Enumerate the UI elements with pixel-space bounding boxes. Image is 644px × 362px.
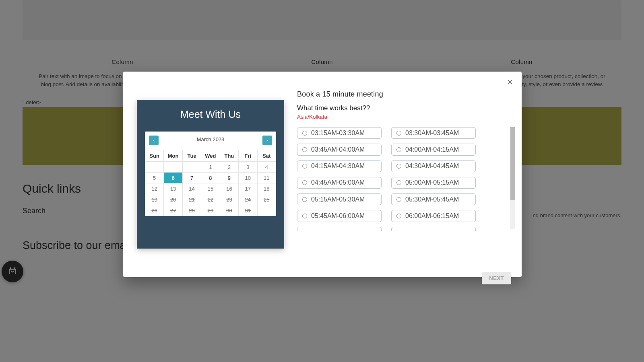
calendar-day: [182, 162, 201, 173]
calendar-day[interactable]: 10: [239, 173, 257, 183]
calendar-day[interactable]: 3: [239, 162, 257, 173]
calendar-day: [164, 162, 182, 173]
radio-icon: [302, 131, 307, 136]
time-slot[interactable]: 05:45AM-06:00AM: [297, 210, 382, 222]
time-slot-label: 04:15AM-04:30AM: [311, 162, 365, 170]
booking-question: What time works best??: [297, 104, 508, 112]
calendar-next-button[interactable]: ›: [262, 136, 272, 145]
time-slot-label: 04:30AM-04:45AM: [405, 162, 459, 170]
calendar-day[interactable]: 26: [145, 205, 164, 216]
calendar-day[interactable]: 22: [201, 194, 220, 205]
next-button[interactable]: NEXT: [482, 272, 511, 284]
radio-icon: [396, 197, 401, 202]
calendar-day[interactable]: 14: [182, 183, 201, 194]
calendar-day[interactable]: 25: [257, 194, 276, 205]
time-slot[interactable]: 05:30AM-05:45AM: [391, 193, 476, 205]
booking-modal: × Meet With Us ‹ March 2023 › SunMonTueW…: [123, 72, 522, 277]
time-slots-wrap: 03:15AM-03:30AM03:45AM-04:00AM04:15AM-04…: [297, 127, 508, 231]
calendar-weekday: Wed: [201, 150, 220, 162]
calendar-weekday: Thu: [220, 150, 238, 162]
calendar-day[interactable]: 21: [182, 194, 201, 205]
calendar-day[interactable]: 11: [257, 173, 276, 183]
calendar-day[interactable]: 2: [220, 162, 238, 173]
time-slot-label: 04:00AM-04:15AM: [405, 146, 459, 153]
calendar-grid: SunMonTueWedThuFriSat 123456789101112131…: [145, 150, 276, 216]
calendar-weekday: Fri: [239, 150, 257, 162]
calendar-day[interactable]: 9: [220, 173, 238, 183]
calendar-day[interactable]: 23: [220, 194, 238, 205]
booking-heading: Book a 15 minute meeting: [297, 90, 508, 99]
calendar-day[interactable]: 30: [220, 205, 238, 216]
calendar-day[interactable]: 28: [182, 205, 201, 216]
calendar-day[interactable]: 12: [145, 183, 164, 194]
radio-icon: [302, 214, 307, 218]
calendar-day[interactable]: 31: [239, 205, 257, 216]
time-slot-label: 06:00AM-06:15AM: [405, 212, 459, 220]
radio-icon: [302, 197, 307, 202]
time-slot-label: 05:30AM-05:45AM: [405, 196, 459, 203]
calendar-day[interactable]: 1: [201, 162, 220, 173]
calendar-day[interactable]: 18: [257, 183, 276, 194]
time-slot[interactable]: 04:15AM-04:30AM: [297, 160, 382, 172]
time-slot[interactable]: 05:15AM-05:30AM: [297, 193, 382, 205]
calendar-day[interactable]: 19: [145, 194, 164, 205]
radio-icon: [396, 180, 401, 185]
calendar-day: [257, 205, 276, 216]
radio-icon: [396, 147, 401, 152]
calendar-day[interactable]: 7: [182, 173, 201, 183]
calendar-day[interactable]: 24: [239, 194, 257, 205]
booking-panel: Book a 15 minute meeting What time works…: [297, 83, 508, 266]
calendar-weekday: Sat: [257, 150, 276, 162]
time-slot-label: 03:30AM-03:45AM: [405, 130, 459, 137]
time-slot-label: 03:45AM-04:00AM: [311, 146, 365, 153]
calendar-day[interactable]: 13: [164, 183, 182, 194]
radio-icon: [302, 164, 307, 169]
radio-icon: [396, 214, 401, 218]
calendar-day[interactable]: 5: [145, 173, 164, 183]
time-slot[interactable]: 04:45AM-05:00AM: [297, 177, 382, 189]
slots-column-right: 03:30AM-03:45AM04:00AM-04:15AM04:30AM-04…: [391, 127, 476, 231]
time-slot[interactable]: 03:15AM-03:30AM: [297, 127, 382, 139]
calendar-prev-button[interactable]: ‹: [149, 136, 159, 145]
scrollbar-track[interactable]: [510, 127, 515, 229]
close-button[interactable]: ×: [507, 77, 513, 87]
time-slot-label: 03:15AM-03:30AM: [311, 130, 365, 137]
calendar-weekday: Mon: [164, 150, 182, 162]
calendar-day[interactable]: 6: [164, 173, 182, 183]
calendar-day[interactable]: 4: [257, 162, 276, 173]
calendar-panel: Meet With Us ‹ March 2023 › SunMonTueWed…: [137, 100, 284, 249]
chevron-right-icon: ›: [266, 138, 268, 143]
calendar-day[interactable]: 8: [201, 173, 220, 183]
radio-icon: [302, 147, 307, 152]
calendar-day[interactable]: 17: [239, 183, 257, 194]
scrollbar-thumb[interactable]: [510, 127, 515, 200]
calendar-day[interactable]: 29: [201, 205, 220, 216]
time-slot[interactable]: 05:00AM-05:15AM: [391, 177, 476, 189]
time-slot[interactable]: 04:00AM-04:15AM: [391, 144, 476, 155]
time-slot[interactable]: 06:00AM-06:15AM: [391, 210, 476, 222]
time-slot-label: 05:15AM-05:30AM: [311, 196, 365, 203]
calendar-weekday: Tue: [182, 150, 201, 162]
time-slot[interactable]: 03:30AM-03:45AM: [391, 127, 476, 139]
calendar-day[interactable]: 16: [220, 183, 238, 194]
time-slot[interactable]: [297, 227, 382, 231]
calendar-month-label: March 2023: [145, 136, 276, 142]
calendar-day: [145, 162, 164, 173]
time-slot-label: 05:00AM-05:15AM: [405, 179, 459, 186]
radio-icon: [396, 131, 401, 136]
time-slot[interactable]: [391, 227, 476, 231]
chevron-left-icon: ‹: [153, 138, 155, 143]
timezone-link[interactable]: Asia/Kolkata: [297, 114, 508, 120]
calendar-card: ‹ March 2023 › SunMonTueWedThuFriSat 123…: [145, 132, 276, 216]
calendar-day[interactable]: 27: [164, 205, 182, 216]
calendar-day[interactable]: 15: [201, 183, 220, 194]
close-icon: ×: [507, 76, 513, 87]
time-slot[interactable]: 04:30AM-04:45AM: [391, 160, 476, 172]
time-slot-label: 04:45AM-05:00AM: [311, 179, 365, 186]
radio-icon: [302, 180, 307, 185]
slots-column-left: 03:15AM-03:30AM03:45AM-04:00AM04:15AM-04…: [297, 127, 382, 231]
time-slot[interactable]: 03:45AM-04:00AM: [297, 144, 382, 155]
calendar-day[interactable]: 20: [164, 194, 182, 205]
time-slot-label: 05:45AM-06:00AM: [311, 212, 365, 220]
calendar-weekday: Sun: [145, 150, 164, 162]
